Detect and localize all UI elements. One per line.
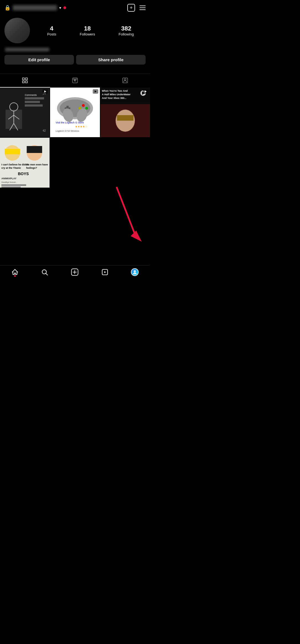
edit-profile-button[interactable]: Edit profile — [4, 55, 74, 65]
svg-marker-10 — [74, 80, 76, 81]
grid-item-2[interactable] — [50, 88, 100, 137]
add-post-icon[interactable]: + — [127, 4, 135, 12]
bio-name-blurred — [5, 48, 49, 52]
svg-line-16 — [117, 188, 136, 237]
posts-count: 4 — [50, 25, 53, 32]
add-icon — [71, 268, 79, 276]
nav-search[interactable] — [41, 269, 48, 276]
home-icon — [11, 269, 19, 276]
following-label: Following — [119, 32, 134, 36]
svg-marker-24 — [104, 271, 106, 273]
posts-stat[interactable]: 4 Posts — [47, 25, 56, 36]
tab-tagged[interactable] — [100, 74, 150, 88]
posts-label: Posts — [47, 32, 56, 36]
profile-section: 4 Posts 18 Followers 382 Following Edit … — [0, 16, 150, 69]
svg-point-12 — [124, 79, 126, 80]
reels-icon — [72, 77, 78, 84]
svg-marker-17 — [131, 231, 142, 242]
svg-point-8 — [75, 78, 75, 79]
header-left: 🔒 ▾ — [4, 5, 66, 11]
video-badge-3 — [143, 89, 148, 94]
home-dot — [14, 275, 16, 277]
following-stat[interactable]: 382 Following — [119, 25, 134, 36]
svg-marker-15 — [145, 90, 147, 93]
nav-reels[interactable] — [101, 269, 108, 276]
stats-container: 4 Posts 18 Followers 382 Following — [35, 25, 146, 36]
tab-reels[interactable] — [50, 74, 100, 88]
svg-point-25 — [134, 270, 136, 272]
video-badge-2 — [93, 89, 98, 94]
svg-point-9 — [76, 78, 77, 79]
svg-marker-14 — [95, 90, 97, 93]
profile-top: 4 Posts 18 Followers 382 Following — [4, 18, 146, 43]
posts-grid — [0, 88, 150, 188]
followers-label: Followers — [80, 32, 95, 36]
grid-item-3[interactable] — [100, 88, 150, 137]
arrow-annotation-area — [0, 188, 150, 265]
live-dot — [63, 6, 66, 9]
grid-item-4[interactable] — [0, 138, 50, 187]
share-profile-button[interactable]: Share profile — [76, 55, 146, 65]
svg-rect-3 — [25, 81, 27, 83]
bio-area — [4, 48, 146, 52]
following-count: 382 — [121, 25, 131, 32]
username-blurred — [13, 5, 57, 11]
nav-add[interactable] — [71, 268, 79, 276]
hamburger-menu-icon[interactable] — [139, 6, 146, 10]
reels-nav-icon — [101, 269, 108, 276]
nav-home[interactable] — [11, 269, 19, 276]
profile-buttons: Edit profile Share profile — [4, 55, 146, 65]
tab-grid[interactable] — [0, 74, 50, 88]
lock-icon: 🔒 — [4, 5, 11, 11]
grid-item-1[interactable] — [0, 88, 50, 137]
video-badge-1 — [42, 89, 48, 94]
dropdown-icon[interactable]: ▾ — [59, 6, 61, 10]
avatar[interactable] — [4, 18, 30, 43]
svg-point-7 — [73, 78, 74, 79]
grid-icon — [22, 77, 28, 84]
nav-profile[interactable] — [131, 268, 139, 276]
followers-count: 18 — [84, 25, 91, 32]
svg-marker-13 — [44, 90, 46, 93]
svg-rect-2 — [22, 81, 24, 83]
svg-rect-1 — [25, 78, 27, 80]
top-header: 🔒 ▾ + — [0, 0, 150, 16]
red-arrow-annotation — [95, 185, 144, 251]
profile-avatar-nav[interactable] — [131, 268, 139, 276]
svg-rect-0 — [22, 78, 24, 80]
search-icon — [41, 269, 48, 276]
tagged-icon — [122, 77, 128, 84]
followers-stat[interactable]: 18 Followers — [80, 25, 95, 36]
header-right: + — [127, 4, 146, 12]
bottom-nav — [0, 265, 150, 280]
svg-line-19 — [46, 274, 48, 275]
tabs-row — [0, 73, 150, 88]
